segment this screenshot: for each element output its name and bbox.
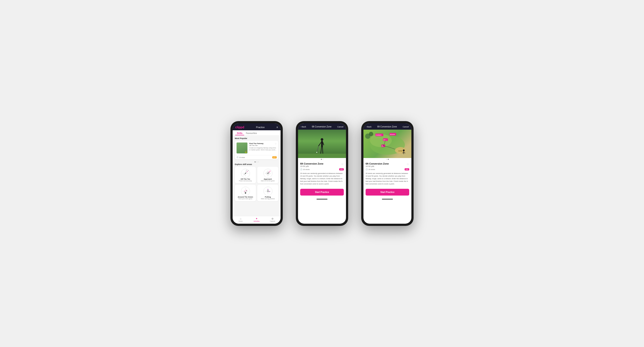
cancel-button-2[interactable]: Cancel <box>337 126 343 128</box>
hero-map: SAND FAIRWAY ROUGH Hit Miss <box>364 130 412 158</box>
skill-card-atg[interactable]: Around The Green Hone your short game <box>235 185 256 201</box>
approach-desc: Dial-in to hit the green <box>261 180 275 182</box>
ott-desc: Power and accuracy <box>239 180 252 182</box>
drill-name-2: 6ft Conversion Zone <box>300 162 323 165</box>
svg-line-41 <box>321 147 322 154</box>
svg-point-26 <box>246 191 247 191</box>
svg-line-39 <box>318 142 321 146</box>
golfer-image <box>236 143 248 153</box>
tab-favourites[interactable]: Favourites <box>244 130 259 135</box>
svg-point-24 <box>244 191 245 192</box>
nav-activities[interactable]: ✦ Activities <box>248 217 264 222</box>
atg-desc: Hone your short game <box>238 198 252 199</box>
activities-label: Activities <box>254 220 260 222</box>
image-dots-3 <box>364 158 412 161</box>
detail-title-3: 6ft Conversion Zone <box>377 126 397 128</box>
card-subtitle: Off The Tee <box>249 144 263 146</box>
tab-drills[interactable]: Drills <box>235 130 244 135</box>
svg-text:Miss: Miss <box>384 139 386 141</box>
carousel-dots <box>235 161 278 163</box>
home-label: Home <box>238 220 243 222</box>
cancel-button-3[interactable]: Cancel <box>403 126 409 128</box>
svg-point-8 <box>246 170 247 171</box>
nav-home[interactable]: ⌂ Home <box>232 217 248 222</box>
skill-areas-title: Explore skill areas <box>235 163 278 165</box>
svg-text:SAND: SAND <box>398 150 403 152</box>
drill-name-3: 6ft Conversion Zone <box>366 162 389 165</box>
svg-point-6 <box>247 171 248 172</box>
svg-point-5 <box>245 173 246 174</box>
skill-card-ott[interactable]: Off The Tee Power and accuracy <box>235 167 256 183</box>
svg-line-40 <box>323 142 324 145</box>
phone-2-screen: ‹ Back 6ft Conversion Zone Cancel <box>298 123 346 224</box>
approach-icon <box>263 168 273 178</box>
phone1-header: clippd Practice ≡ <box>232 123 280 130</box>
drill-desc-3: 20 shots are randomly generated at dista… <box>366 172 409 185</box>
home-bar-2 <box>298 197 346 201</box>
svg-point-59 <box>403 150 405 151</box>
fav-star-2[interactable]: ☆ <box>341 162 344 166</box>
detail-header-2: ‹ Back 6ft Conversion Zone Cancel <box>298 123 346 130</box>
detail-info-2: 6ft Conversion Zone 10-50 yds ☆ 🕐 20 sho… <box>298 161 346 187</box>
drill-yds-3: 10-50 yds <box>366 165 389 167</box>
svg-point-44 <box>316 152 317 153</box>
svg-point-7 <box>248 170 248 171</box>
svg-text:ROUGH: ROUGH <box>390 134 395 135</box>
drill-yds-2: 10-50 yds <box>300 165 323 167</box>
svg-point-35 <box>269 191 270 192</box>
start-practice-button-3[interactable]: Start Practice <box>366 189 409 196</box>
svg-point-16 <box>269 172 270 172</box>
atg-name: Around The Green <box>238 196 253 198</box>
fav-star-3[interactable]: ☆ <box>406 162 409 166</box>
dot-2 <box>256 162 257 162</box>
approach-name: Approach <box>264 178 272 180</box>
card-footer: 🕐 10 shots OTT <box>235 155 278 159</box>
skill-card-approach[interactable]: Approach Dial-in to hit the green <box>257 167 278 183</box>
most-popular-title: Most Popular <box>235 137 278 139</box>
card-shots: 🕐 10 shots <box>236 156 245 158</box>
drill-meta-3: 🕐 20 shots ARG <box>366 168 409 170</box>
phone-2: ‹ Back 6ft Conversion Zone Cancel <box>296 121 348 226</box>
detail-title-2: 6ft Conversion Zone <box>312 126 331 128</box>
image-dots-2 <box>298 158 346 161</box>
svg-line-43 <box>317 146 318 151</box>
card-thumbnail <box>236 143 248 153</box>
phones-container: clippd Practice ≡ Drills Favourites Most… <box>230 121 414 226</box>
favourite-icon[interactable]: ☆ <box>275 143 277 145</box>
skill-card-putting[interactable]: Putting Make and lag practice <box>257 185 278 201</box>
svg-point-37 <box>321 138 323 141</box>
card-info: Find The Fairway Off The Tee ☆ Create an… <box>249 143 277 153</box>
detail-info-3: 6ft Conversion Zone 10-50 yds ☆ 🕐 20 sho… <box>364 161 412 187</box>
svg-line-23 <box>246 191 247 193</box>
back-button-2[interactable]: ‹ Back <box>301 126 306 128</box>
card-title: Find The Fairway <box>249 143 263 144</box>
phone-3-screen: ‹ Back 6ft Conversion Zone Cancel SAND <box>364 123 412 224</box>
ott-name: Off The Tee <box>241 178 250 180</box>
svg-point-34 <box>268 189 268 190</box>
drill-shots-3: 🕐 20 shots <box>366 168 375 170</box>
header-title: Practice <box>256 126 265 129</box>
featured-card[interactable]: Find The Fairway Off The Tee ☆ Create an… <box>235 141 278 159</box>
drill-meta-2: 🕐 20 shots ARG <box>300 168 344 170</box>
svg-point-15 <box>268 173 268 174</box>
clock-icon-3: 🕐 <box>366 168 368 170</box>
capture-icon: ⊕ <box>272 217 274 220</box>
tabs-bar: Drills Favourites <box>232 130 280 136</box>
back-button-3[interactable]: ‹ Back <box>366 126 372 128</box>
phone-1-screen: clippd Practice ≡ Drills Favourites Most… <box>232 123 280 224</box>
start-practice-button-2[interactable]: Start Practice <box>300 189 344 196</box>
menu-icon[interactable]: ≡ <box>276 126 278 129</box>
nav-capture[interactable]: ⊕ Capture <box>265 217 280 222</box>
phone-3: ‹ Back 6ft Conversion Zone Cancel SAND <box>361 121 414 226</box>
clock-icon: 🕐 <box>236 156 238 158</box>
drill-desc-2: 20 shots are randomly generated at dista… <box>300 172 344 185</box>
dot-3 <box>258 162 258 162</box>
ott-badge: OTT <box>272 156 277 158</box>
home-bar-3 <box>364 197 412 201</box>
img-dot-3-2 <box>388 159 389 160</box>
hero-photo <box>298 130 346 158</box>
skill-grid: Off The Tee Power and accuracy <box>235 167 278 201</box>
home-icon: ⌂ <box>240 217 241 220</box>
screen-content: Most Popular Find The Fairway Off The Te… <box>232 136 280 216</box>
img-dot-2 <box>322 159 323 160</box>
